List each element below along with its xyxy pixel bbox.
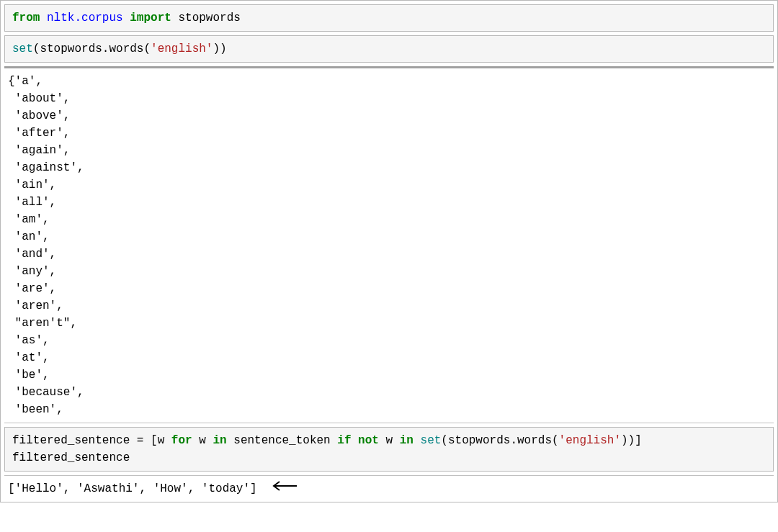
output-text: ['Hello', 'Aswathi', 'How', 'today'] [8, 480, 770, 497]
code-token: ))] [621, 434, 642, 447]
code-cell-3[interactable]: filtered_sentence = [w for w in sentence… [4, 427, 774, 472]
code-token: sentence_token [227, 434, 338, 447]
code-line: from nltk.corpus import stopwords [12, 9, 766, 27]
code-line: set(stopwords.words('english')) [12, 40, 766, 58]
code-token [413, 434, 421, 447]
code-token: filtered_sentence = [w [12, 434, 171, 447]
code-token: set [421, 434, 442, 447]
code-line: filtered_sentence = [w for w in sentence… [12, 432, 766, 466]
code-token: w [379, 434, 400, 447]
code-token: w [192, 434, 213, 447]
output-cell-2: {'a', 'about', 'above', 'after', 'again'… [1, 68, 777, 423]
code-token: import [130, 12, 178, 24]
code-token: for [171, 434, 192, 447]
notebook-container: from nltk.corpus import stopwords set(st… [0, 0, 778, 502]
code-token: (stopwords.words( [33, 42, 151, 55]
code-token: set [12, 42, 33, 55]
code-cell-1[interactable]: from nltk.corpus import stopwords [4, 4, 774, 32]
output-cell-3: ['Hello', 'Aswathi', 'How', 'today'] [1, 476, 777, 502]
code-token: )) [213, 42, 226, 55]
code-token: nltk.corpus [47, 12, 130, 24]
result-list: ['Hello', 'Aswathi', 'How', 'today'] [8, 482, 257, 495]
code-token: if [337, 434, 351, 447]
cell-separator-thin [4, 423, 774, 423]
code-token: 'english' [151, 42, 213, 55]
code-token: in [213, 434, 226, 447]
code-token: from [12, 12, 47, 24]
code-token: 'english' [559, 434, 621, 447]
code-cell-2[interactable]: set(stopwords.words('english')) [4, 35, 774, 63]
code-token: not [358, 434, 379, 447]
code-token: in [400, 434, 413, 447]
code-token: stopwords [178, 12, 240, 24]
code-token: (stopwords.words( [441, 434, 558, 447]
arrow-left-icon [269, 480, 298, 497]
code-token [352, 434, 359, 447]
output-text: {'a', 'about', 'above', 'after', 'again'… [8, 73, 770, 418]
